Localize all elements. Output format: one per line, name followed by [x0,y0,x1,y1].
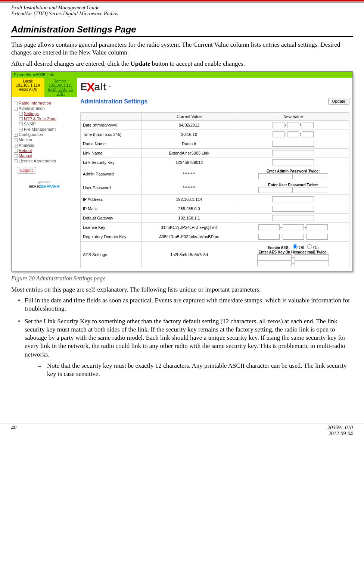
bullet-datetime: Fill in the date and time fields as soon… [18,296,353,313]
tree-collapse-icon[interactable]: - [14,107,18,111]
nav-file-management[interactable]: File Management [24,127,56,131]
lic-input-3[interactable] [307,224,328,230]
aes-key-input-2b[interactable] [295,260,329,266]
time-mm-input[interactable] [287,131,299,137]
tree-expand-icon[interactable]: + [14,139,18,142]
tree-expand-icon[interactable]: + [14,159,18,163]
tree-icon [19,117,23,121]
row-date-label: Date (mm/dd/yyyy) [81,120,141,130]
lsk-input[interactable] [272,159,314,165]
post-figure-paragraph: Most entries on this page are self-expla… [11,286,353,293]
logout-button[interactable]: Logout [17,167,36,174]
row-gw-label: Default Gateway [81,213,141,223]
aes-key-input-1b[interactable] [295,254,329,260]
reg-input-3[interactable] [307,234,328,240]
nav-license-agreements[interactable]: License Agreements [19,159,56,163]
row-time-label: Time (hh:mm:ss 24h) [81,130,141,139]
exalt-logo: EXalt™ [80,80,111,94]
update-button[interactable]: Update [328,98,349,105]
nav-monitor[interactable]: Monitor [19,137,32,142]
nav-configuration[interactable]: Configuration [19,132,43,137]
figure-caption: Figure 20 Administration Settings page [11,275,353,282]
local-radio-box[interactable]: Local: 192.168.1.114 Radio A (A) [12,78,44,97]
row-adminpw-label: Admin Password [81,167,141,181]
gw-input[interactable] [272,215,314,221]
footer-doc-number: 203591-010 [327,425,353,431]
row-mask-label: IP Mask [81,204,141,213]
tree-icon [19,112,23,116]
row-aes-value: 1a2b3o4d-5a6b7c8d [141,241,237,268]
row-mask-value: 255.255.0.0 [141,204,237,213]
row-reg-label: Regulatory Domain Key [81,232,141,241]
header-product: ExtendAir (TDD) Series Digital Microwave… [11,11,353,17]
nav-settings[interactable]: Settings [24,111,39,116]
linkname-input[interactable] [272,150,314,156]
tree-icon [14,149,18,153]
date-yyyy-input[interactable] [302,122,314,128]
date-dd-input[interactable] [287,122,299,128]
bullet-link-security-key: Set the Link Security Key to something o… [18,317,353,378]
tree-expand-icon[interactable]: + [19,122,23,126]
row-gw-value: 192.168.1.1 [141,213,237,223]
reg-input-1[interactable] [258,234,280,240]
settings-table: Current Value New Value Date (mm/dd/yyyy… [80,112,349,268]
row-linkname-label: Link Name [81,148,141,158]
tree-expand-icon[interactable]: + [14,144,18,147]
time-hh-input[interactable] [273,131,284,137]
nav-snmp[interactable]: SNMP [24,122,36,126]
left-sidebar: Local: 192.168.1.114 Radio A (A) Remote:… [12,78,77,271]
row-radioname-label: Radio Name [81,139,141,148]
row-ip-value: 192.168.1.114 [141,195,237,204]
row-date-value: 04/02/2012 [141,120,237,130]
aes-key-input-2a[interactable] [257,260,292,266]
nav-radio-information[interactable]: Radio Information [19,101,51,105]
aes-off-radio[interactable] [293,244,298,249]
time-ss-input[interactable] [302,131,314,137]
lic-input-1[interactable] [258,224,280,230]
tree-expand-icon[interactable]: + [19,128,23,131]
page-title: Administration Settings Page [11,24,353,37]
admin-settings-screenshot: ExtendAir rc5005 Link Local: 192.168.1.1… [11,71,353,271]
tree-expand-icon[interactable]: + [14,133,18,137]
col-current-value: Current Value [141,112,237,120]
footer-page-number: 40 [11,425,16,437]
adminpw-input-1[interactable] [258,173,293,179]
window-title-bar: ExtendAir rc5005 Link [12,72,352,78]
row-adminpw-value: ******** [141,167,237,181]
row-ip-label: IP Address [81,195,141,204]
nav-administration[interactable]: Administration [19,106,45,111]
lic-input-2[interactable] [283,224,304,230]
row-lsk-value: 123456789012 [141,158,237,167]
header-guide: Exalt Installation and Management Guide [11,5,353,11]
intro-paragraph-1: This page allows contains general parame… [11,41,353,57]
col-new-value: New Value [237,112,349,120]
row-userpw-value: ******** [141,181,237,195]
intro-paragraph-2: After all desired changes are entered, c… [11,60,353,68]
reg-input-2[interactable] [283,234,304,240]
nav-ntp-time-zone[interactable]: NTP & Time Zone [24,116,56,121]
aes-key-input-1a[interactable] [257,254,292,260]
row-radioname-value: Radio A [141,139,237,148]
userpw-input-2[interactable] [294,187,328,193]
row-lsk-label: Link Security Key [81,158,141,167]
userpw-input-1[interactable] [258,187,293,193]
row-lic-label: License Key [81,223,141,232]
tree-icon [14,102,18,105]
aes-on-radio[interactable] [307,244,312,249]
date-mm-input[interactable] [273,122,284,128]
panel-title: Administration Settings [80,98,328,105]
ip-input[interactable] [272,196,314,202]
webserver-logo: goahead WEBSERVER [14,180,75,189]
mask-input[interactable] [272,206,314,212]
nav-reboot[interactable]: Reboot [19,148,32,153]
footer-date: 2012-09-04 [327,431,353,437]
nav-manual[interactable]: Manual [19,153,32,158]
nav-analysis[interactable]: Analysis [19,143,34,147]
adminpw-input-2[interactable] [294,173,328,179]
row-lic-value: 31fmKC7j-JP24cHrJ-xFgQTmif [141,223,237,232]
row-userpw-label: User Password [81,181,141,195]
sub-bullet-security-key-note: Note that the security key must be exact… [38,362,353,378]
nav-tree: Radio Information -Administration Settin… [12,97,77,192]
radioname-input[interactable] [272,141,314,147]
remote-radio-box[interactable]: Remote: 192.168.1.113 Exalt_5005_11 3 (B… [44,78,77,97]
